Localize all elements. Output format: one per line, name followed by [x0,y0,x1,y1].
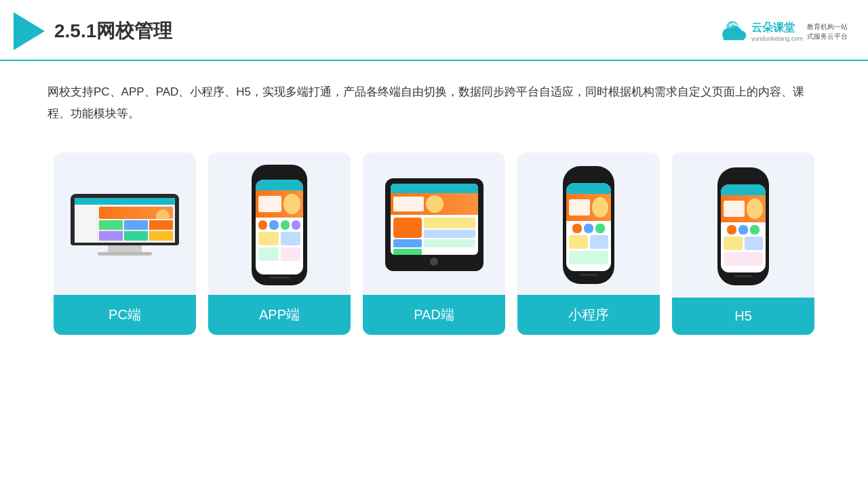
page-header: 2.5.1网校管理 云朵课堂 yunduoketang.com 教育机构一站 式… [0,0,868,61]
brand-tagline: 教育机构一站 式服务云平台 [807,22,848,41]
page-title: 2.5.1网校管理 [54,18,172,44]
tablet-screen [391,184,478,255]
brand-logo: 云朵课堂 yunduoketang.com 教育机构一站 式服务云平台 [717,21,848,42]
phone-h5-mockup [717,167,769,285]
svg-rect-3 [724,34,744,40]
tablet-mockup [385,178,484,271]
card-h5-label: H5 [672,298,814,335]
brand-text: 云朵课堂 yunduoketang.com [751,21,803,42]
pc-screen-content [75,198,175,243]
card-miniapp: 小程序 [517,152,660,335]
card-h5: H5 [672,152,814,335]
header-left: 2.5.1网校管理 [14,12,172,50]
phone-h5-outer [717,167,769,285]
brand-url: yunduoketang.com [751,35,803,42]
card-app-image [208,152,351,295]
card-pad-label: PAD端 [363,295,505,335]
pc-mockup [71,194,179,256]
tablet-outer [385,178,484,271]
phone-outer [252,165,307,285]
card-miniapp-image [517,152,660,295]
card-pad: PAD端 [363,152,505,335]
svg-point-4 [726,21,738,33]
platform-cards: PC端 [0,132,868,348]
description-text: 网校支持PC、APP、PAD、小程序、H5，实现多端打通，产品各终端自由切换，数… [0,61,868,132]
card-pc-image [54,152,196,295]
phone-miniapp-outer [563,166,614,284]
pc-screen-outer [71,194,179,245]
phone-miniapp-mockup [563,166,614,284]
description-content: 网校支持PC、APP、PAD、小程序、H5，实现多端打通，产品各终端自由切换，数… [47,85,804,120]
card-pc: PC端 [54,152,196,335]
phone-app-mockup [252,165,307,285]
logo-arrow-icon [14,12,45,50]
brand-name: 云朵课堂 [751,21,803,35]
header-right: 云朵课堂 yunduoketang.com 教育机构一站 式服务云平台 [717,21,848,42]
card-pc-label: PC端 [54,295,196,335]
phone-miniapp-screen [566,183,611,271]
card-h5-image [672,152,814,298]
card-pad-image [363,152,505,295]
cloud-icon [717,21,747,41]
card-miniapp-label: 小程序 [517,295,660,335]
card-app: APP端 [208,152,351,335]
phone-screen [256,180,303,274]
card-app-label: APP端 [208,295,351,335]
phone-h5-screen [721,184,766,272]
